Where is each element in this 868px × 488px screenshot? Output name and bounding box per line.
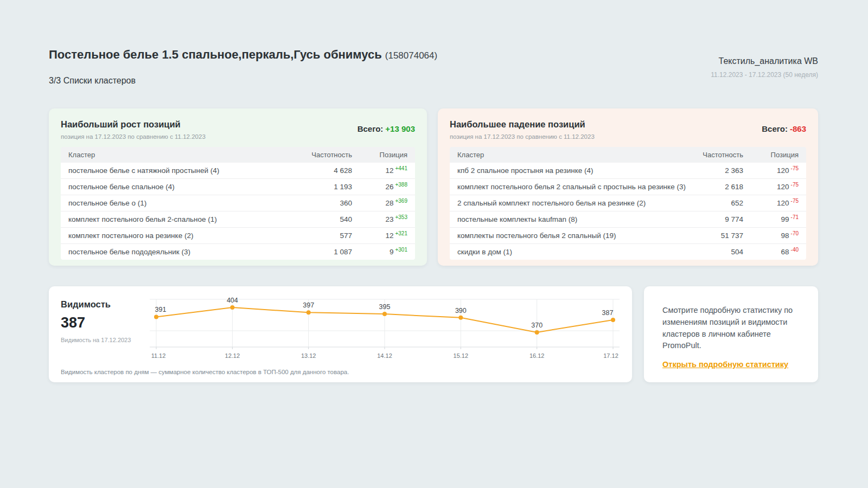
visibility-value: 387 bbox=[61, 314, 131, 331]
frequency-value: 1 087 bbox=[295, 244, 359, 260]
position-delta: +353 bbox=[395, 214, 407, 220]
position-delta: +321 bbox=[395, 230, 407, 236]
cluster-name: скидки в дом (1) bbox=[450, 244, 686, 260]
page-title: Постельное белье 1.5 спальное,перкаль,Гу… bbox=[49, 48, 437, 62]
position-value: 23+353 bbox=[359, 211, 415, 228]
svg-text:395: 395 bbox=[379, 303, 391, 311]
promo-text: Смотрите подробную статистику по изменен… bbox=[662, 305, 800, 352]
visibility-chart: 11.1212.1213.1214.1215.1216.1217.1239140… bbox=[150, 292, 620, 365]
position-value: 9+301 bbox=[359, 244, 415, 260]
account-name: Текстиль_аналитика WB bbox=[711, 56, 818, 66]
position-delta: -75 bbox=[791, 198, 799, 204]
table-row: комплекты постельного белья 2 спальный (… bbox=[450, 228, 806, 244]
decline-col-frequency: Частотность bbox=[686, 147, 750, 163]
position-value: 68-40 bbox=[750, 244, 806, 260]
svg-text:17.12: 17.12 bbox=[603, 352, 618, 359]
growth-table-wrap: Кластер Частотность Позиция постельное б… bbox=[61, 147, 415, 260]
cluster-name: комплект постельного белья 2-спальное (1… bbox=[61, 211, 295, 228]
cluster-name: постельное белье пододеяльник (3) bbox=[61, 244, 295, 260]
frequency-value: 4 628 bbox=[295, 163, 359, 179]
decline-total-label: Всего: bbox=[762, 124, 788, 133]
svg-text:12.12: 12.12 bbox=[225, 352, 240, 359]
cluster-name: комплект постельного на резинке (2) bbox=[61, 228, 295, 244]
product-id: (158074064) bbox=[385, 50, 437, 61]
position-delta: -75 bbox=[791, 182, 799, 188]
position-value: 98-70 bbox=[750, 228, 806, 244]
frequency-value: 652 bbox=[686, 195, 750, 211]
visibility-info: Видимость 387 Видимость на 17.12.2023 bbox=[61, 299, 131, 343]
growth-panel-head: Наибольший рост позиций позиция на 17.12… bbox=[49, 108, 427, 140]
position-delta: -71 bbox=[791, 214, 799, 220]
decline-total-value: -863 bbox=[790, 124, 806, 133]
svg-text:14.12: 14.12 bbox=[377, 352, 392, 359]
decline-table: Кластер Частотность Позиция кпб 2 спальн… bbox=[450, 147, 806, 260]
position-delta: +369 bbox=[395, 198, 407, 204]
position-value: 120-75 bbox=[750, 195, 806, 211]
decline-table-header-row: Кластер Частотность Позиция bbox=[450, 147, 806, 163]
frequency-value: 504 bbox=[686, 244, 750, 260]
decline-panel: Наибольшее падение позиций позиция на 17… bbox=[438, 108, 818, 266]
cluster-name: постельное белье о (1) bbox=[61, 195, 295, 211]
table-row: скидки в дом (1) 504 68-40 bbox=[450, 244, 806, 260]
position-value: 12+321 bbox=[359, 228, 415, 244]
header-right: Текстиль_аналитика WB 11.12.2023 - 17.12… bbox=[711, 56, 818, 79]
table-row: комплект постельного белья 2-спальное (1… bbox=[61, 211, 415, 228]
visibility-footnote: Видимость кластеров по дням — суммарное … bbox=[61, 369, 349, 375]
decline-total: Всего:-863 bbox=[762, 124, 806, 133]
cluster-name: постельное белье с натяжной простыней (4… bbox=[61, 163, 295, 179]
position-value: 12+441 bbox=[359, 163, 415, 179]
position-delta: -70 bbox=[791, 230, 799, 236]
growth-panel-subtitle: позиция на 17.12.2023 по сравнению с 11.… bbox=[61, 133, 415, 140]
frequency-value: 360 bbox=[295, 195, 359, 211]
decline-panel-title: Наибольшее падение позиций bbox=[450, 119, 806, 130]
frequency-value: 51 737 bbox=[686, 228, 750, 244]
position-delta: -40 bbox=[791, 247, 799, 253]
svg-text:391: 391 bbox=[155, 306, 167, 313]
frequency-value: 540 bbox=[295, 211, 359, 228]
frequency-value: 2 363 bbox=[686, 163, 750, 179]
decline-panel-head: Наибольшее падение позиций позиция на 17… bbox=[438, 108, 818, 140]
svg-text:390: 390 bbox=[455, 307, 467, 314]
growth-col-cluster: Кластер bbox=[61, 147, 295, 163]
position-delta: +388 bbox=[395, 182, 407, 188]
frequency-value: 577 bbox=[295, 228, 359, 244]
table-row: комплект постельного на резинке (2) 577 … bbox=[61, 228, 415, 244]
promo-panel: Смотрите подробную статистику по изменен… bbox=[644, 286, 818, 382]
growth-table-header-row: Кластер Частотность Позиция bbox=[61, 147, 415, 163]
decline-table-wrap: Кластер Частотность Позиция кпб 2 спальн… bbox=[450, 147, 806, 260]
table-row: постельное белье с натяжной простыней (4… bbox=[61, 163, 415, 179]
position-value: 120-75 bbox=[750, 179, 806, 195]
open-statistics-link[interactable]: Открыть подробную статистику bbox=[662, 360, 788, 369]
table-row: кпб 2 спальное простыня на резинке (4) 2… bbox=[450, 163, 806, 179]
page-subtitle: 3/3 Списки кластеров bbox=[49, 76, 136, 86]
position-value: 28+369 bbox=[359, 195, 415, 211]
growth-table: Кластер Частотность Позиция постельное б… bbox=[61, 147, 415, 260]
growth-col-position: Позиция bbox=[359, 147, 415, 163]
decline-col-cluster: Кластер bbox=[450, 147, 686, 163]
position-value: 120-75 bbox=[750, 163, 806, 179]
svg-text:387: 387 bbox=[602, 309, 614, 317]
svg-text:370: 370 bbox=[531, 322, 542, 329]
visibility-panel: Видимость 387 Видимость на 17.12.2023 11… bbox=[49, 286, 632, 382]
report-period: 11.12.2023 - 17.12.2023 (50 неделя) bbox=[711, 71, 818, 79]
frequency-value: 2 618 bbox=[686, 179, 750, 195]
cluster-name: комплекты постельного белья 2 спальный (… bbox=[450, 228, 686, 244]
growth-total-value: +13 903 bbox=[385, 124, 415, 133]
position-value: 99-71 bbox=[750, 211, 806, 228]
line-chart-svg: 11.1212.1213.1214.1215.1216.1217.1239140… bbox=[150, 292, 620, 365]
svg-text:15.12: 15.12 bbox=[454, 352, 469, 359]
svg-text:404: 404 bbox=[227, 297, 238, 304]
growth-total-label: Всего: bbox=[358, 124, 384, 133]
table-row: постельное белье пододеяльник (3) 1 087 … bbox=[61, 244, 415, 260]
growth-total: Всего:+13 903 bbox=[358, 124, 415, 133]
position-delta: +441 bbox=[395, 165, 407, 171]
cluster-name: 2 спальный комплект постельного белья на… bbox=[450, 195, 686, 211]
svg-text:13.12: 13.12 bbox=[301, 352, 316, 359]
report-page: Постельное белье 1.5 спальное,перкаль,Гу… bbox=[0, 0, 868, 488]
position-delta: +301 bbox=[395, 247, 407, 253]
svg-text:16.12: 16.12 bbox=[529, 352, 545, 359]
frequency-value: 1 193 bbox=[295, 179, 359, 195]
decline-panel-subtitle: позиция на 17.12.2023 по сравнению с 11.… bbox=[450, 133, 806, 140]
table-row: постельное белье о (1) 360 28+369 bbox=[61, 195, 415, 211]
cluster-name: комплект постельного белья 2 спальный с … bbox=[450, 179, 686, 195]
